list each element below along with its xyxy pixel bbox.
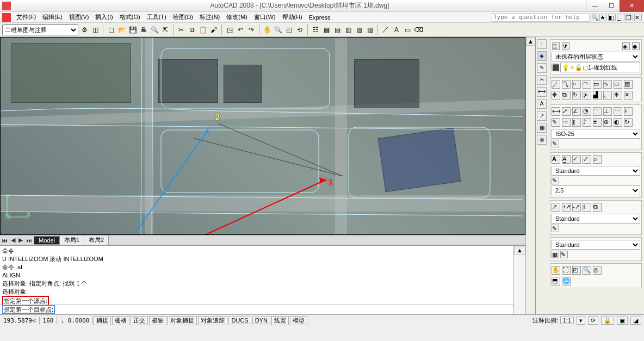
gear-icon[interactable]: ⚙	[79, 25, 89, 35]
menu-file[interactable]: 文件(F)	[13, 13, 39, 21]
tab-table-icon[interactable]: ▦	[537, 123, 547, 133]
status-dyn[interactable]: DYN	[252, 317, 270, 324]
properties-icon[interactable]: ☷	[311, 25, 320, 35]
max-vp-icon[interactable]: ▣	[617, 317, 628, 325]
workspace-save-icon[interactable]: ◫	[90, 25, 100, 35]
line-mod-icon[interactable]: ／	[381, 25, 391, 35]
layer-new-icon[interactable]: ◈	[622, 42, 630, 50]
array-icon[interactable]: ⁜	[614, 91, 622, 100]
tab-nav-icon[interactable]: ◎	[537, 135, 547, 145]
cut-icon[interactable]: ✂	[176, 25, 186, 35]
anno-auto-icon[interactable]: ⟳	[588, 317, 598, 325]
minimize-button[interactable]: —	[586, 0, 603, 12]
copy-icon[interactable]: ⧉	[187, 25, 197, 35]
clean-icon[interactable]: ◪	[630, 317, 641, 325]
dim-edit-icon[interactable]: ✎	[552, 118, 560, 127]
menu-view[interactable]: 视图(V)	[66, 13, 92, 21]
copy2-icon[interactable]: ⧉	[562, 91, 571, 100]
cmd-scroll[interactable]: ▲	[513, 246, 525, 314]
maximize-button[interactable]: ☐	[603, 0, 619, 12]
zoom-rt-icon[interactable]: 🔍	[583, 266, 591, 275]
pan-icon[interactable]: ✋	[262, 25, 272, 35]
scroll-up-icon[interactable]: ▲	[514, 246, 525, 255]
mleader-align-icon[interactable]: ⫴	[583, 203, 591, 212]
dim-space-icon[interactable]: ⫿	[572, 118, 581, 127]
status-ortho[interactable]: 正交	[131, 316, 148, 325]
open-icon[interactable]: 📂	[117, 25, 127, 35]
star-icon[interactable]: ★	[599, 14, 607, 21]
vscroll-up-icon[interactable]: ▲	[526, 37, 535, 46]
tab-first-icon[interactable]: ⏮	[0, 237, 9, 244]
dim-upd-icon[interactable]: ↻	[624, 118, 633, 127]
table-new-icon[interactable]: ▦	[552, 251, 559, 258]
workspace-select[interactable]: 二维草图与注释	[2, 24, 78, 35]
save-icon[interactable]: 💾	[128, 25, 138, 35]
mleaderstyle-select[interactable]: Standard	[552, 214, 640, 224]
match-icon[interactable]: 🖌	[209, 25, 219, 35]
fillet-icon[interactable]: ◟	[603, 91, 612, 100]
anno-vis-icon[interactable]: ▾	[577, 317, 585, 325]
status-otrack[interactable]: 对象追踪	[198, 316, 227, 325]
child-restore-icon[interactable]: ❐	[626, 14, 633, 21]
paste-icon[interactable]: 📋	[198, 25, 208, 35]
text-mod-icon[interactable]: A	[392, 25, 401, 35]
menu-dimension[interactable]: 标注(N)	[196, 13, 223, 21]
dim-center-icon[interactable]: ⊕	[603, 118, 612, 127]
status-grid[interactable]: 栅格	[112, 316, 129, 325]
table-mgr-icon[interactable]: ✎	[560, 251, 568, 258]
orbit-icon[interactable]: ◎	[593, 266, 602, 275]
close-button[interactable]: ✕	[619, 0, 644, 12]
dim-break-icon[interactable]: ⊣	[562, 118, 571, 127]
textstyle-select[interactable]: Standard	[552, 166, 640, 176]
zoom-icon[interactable]: 🔍	[273, 25, 283, 35]
dim-arc-icon[interactable]: ⌒	[593, 107, 602, 116]
tab-layout2[interactable]: 布局2	[84, 235, 109, 245]
mleader-rem-icon[interactable]: -↗	[572, 203, 581, 212]
tab-model[interactable]: Model	[34, 236, 60, 245]
dim-linear-icon[interactable]: ⟷	[552, 107, 560, 116]
dim-cont-icon[interactable]: ⋯	[614, 107, 622, 116]
select-icon[interactable]: ▭	[403, 25, 412, 35]
textheight-select[interactable]: 2.5	[552, 185, 640, 195]
tab-prev-icon[interactable]: ◀	[9, 237, 17, 244]
child-min-icon[interactable]: _	[617, 14, 624, 21]
layer-toggle-icon[interactable]: ⬛	[552, 64, 559, 71]
tool-palette-icon[interactable]: ▤	[332, 25, 342, 35]
ellipse-icon[interactable]: ⬭	[614, 80, 622, 89]
layer-state-select[interactable]: 未保存的图层状态	[552, 52, 640, 61]
dim-angle-icon[interactable]: ∠	[572, 107, 581, 116]
layer-manager-icon[interactable]: ≣	[552, 42, 560, 50]
sheet-icon[interactable]: ▥	[343, 25, 353, 35]
tab-next-icon[interactable]: ▶	[17, 237, 24, 244]
command-line[interactable]: 指定第一个目标点:	[0, 305, 513, 314]
rect-icon[interactable]: ▭	[593, 80, 602, 89]
menu-window[interactable]: 窗口(W)	[251, 13, 279, 21]
undo-icon[interactable]: ↶	[236, 25, 245, 35]
help-search-input[interactable]	[492, 13, 590, 22]
dim-ord-icon[interactable]: ⊥	[603, 107, 612, 116]
child-close-icon[interactable]: ✕	[634, 14, 642, 21]
dim-align-icon[interactable]: ⤢	[562, 107, 571, 116]
info-icon[interactable]: ◧	[608, 14, 616, 21]
mirror-icon[interactable]: ▟	[593, 91, 602, 100]
dtext-icon[interactable]: A̲	[562, 155, 571, 164]
dimstyle-mgr-icon[interactable]: ✎	[552, 140, 559, 147]
tab-layout1[interactable]: 布局1	[59, 235, 84, 245]
menu-insert[interactable]: 插入(I)	[92, 13, 116, 21]
markup-icon[interactable]: ▧	[354, 25, 364, 35]
dim-base-icon[interactable]: ⊦	[624, 107, 633, 116]
spline-icon[interactable]: ∿	[603, 80, 612, 89]
preview-icon[interactable]: 🔍	[150, 25, 159, 35]
status-lwt[interactable]: 线宽	[271, 316, 289, 325]
panel-handle-icon[interactable]: ⋮	[537, 39, 547, 49]
dim-radius-icon[interactable]: ◔	[583, 107, 591, 116]
zoom-win-icon[interactable]: ◰	[572, 266, 581, 275]
move-icon[interactable]: ✥	[552, 91, 560, 100]
mtext-icon[interactable]: A	[552, 155, 560, 164]
viewport-vscroll[interactable]: ▲	[525, 37, 535, 314]
status-snap[interactable]: 捕捉	[94, 316, 111, 325]
publish-icon[interactable]: ⇱	[160, 25, 170, 35]
tab-last-icon[interactable]: ⏭	[24, 237, 34, 244]
dim-insp-icon[interactable]: ◐	[614, 118, 622, 127]
mleader-mgr-icon[interactable]: ✎	[552, 225, 559, 232]
